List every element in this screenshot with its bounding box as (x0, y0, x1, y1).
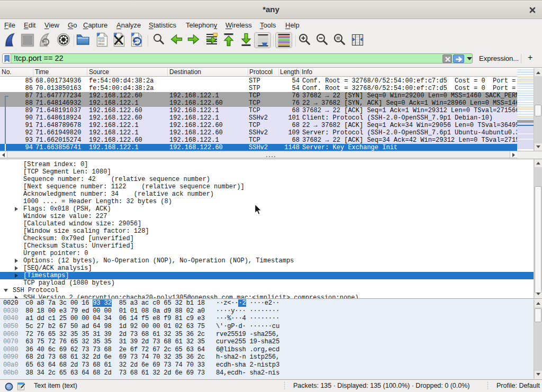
svg-text:0011: 0011 (98, 43, 105, 46)
